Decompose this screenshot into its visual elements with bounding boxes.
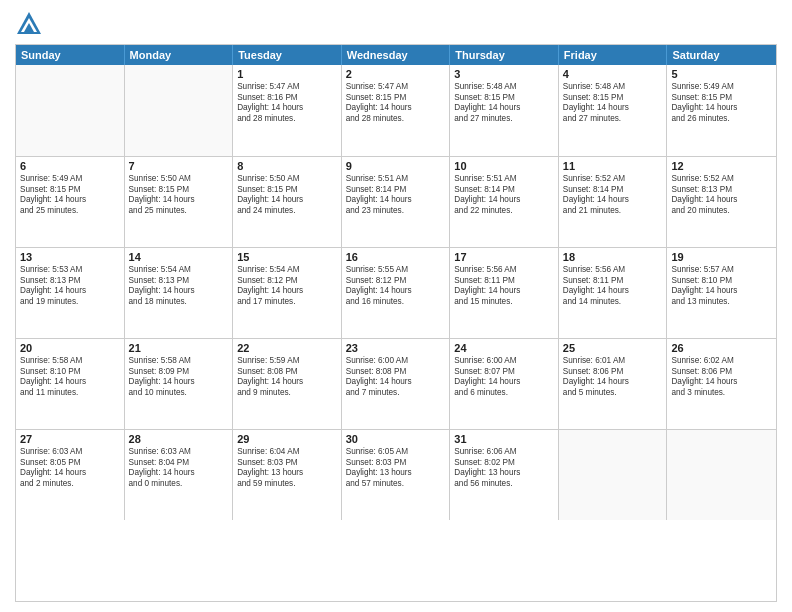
day-number: 9 (346, 160, 446, 172)
cell-line: and 14 minutes. (563, 297, 663, 308)
cell-line: Sunrise: 5:56 AM (563, 265, 663, 276)
cell-line: Sunrise: 6:01 AM (563, 356, 663, 367)
day-number: 28 (129, 433, 229, 445)
calendar-row-0: 1Sunrise: 5:47 AMSunset: 8:16 PMDaylight… (16, 65, 776, 156)
cell-line: Sunset: 8:09 PM (129, 367, 229, 378)
cell-line: Daylight: 14 hours (129, 377, 229, 388)
header-day-wednesday: Wednesday (342, 45, 451, 65)
cal-cell-day-13: 13Sunrise: 5:53 AMSunset: 8:13 PMDayligh… (16, 248, 125, 338)
day-number: 19 (671, 251, 772, 263)
header-day-thursday: Thursday (450, 45, 559, 65)
day-number: 25 (563, 342, 663, 354)
cell-line: Daylight: 14 hours (20, 468, 120, 479)
cell-line: and 16 minutes. (346, 297, 446, 308)
cell-line: Sunrise: 5:53 AM (20, 265, 120, 276)
cell-line: Sunset: 8:13 PM (671, 185, 772, 196)
cell-line: and 25 minutes. (129, 206, 229, 217)
cell-line: and 22 minutes. (454, 206, 554, 217)
cal-cell-day-4: 4Sunrise: 5:48 AMSunset: 8:15 PMDaylight… (559, 65, 668, 156)
cell-line: and 26 minutes. (671, 114, 772, 125)
cell-line: Daylight: 14 hours (346, 195, 446, 206)
cell-line: Sunset: 8:05 PM (20, 458, 120, 469)
cal-cell-day-28: 28Sunrise: 6:03 AMSunset: 8:04 PMDayligh… (125, 430, 234, 520)
cell-line: Daylight: 13 hours (346, 468, 446, 479)
day-number: 2 (346, 68, 446, 80)
cell-line: Sunset: 8:11 PM (454, 276, 554, 287)
cell-line: and 17 minutes. (237, 297, 337, 308)
cell-line: Sunrise: 6:00 AM (454, 356, 554, 367)
day-number: 30 (346, 433, 446, 445)
day-number: 31 (454, 433, 554, 445)
logo (15, 10, 46, 38)
day-number: 16 (346, 251, 446, 263)
cell-line: and 23 minutes. (346, 206, 446, 217)
cell-line: and 25 minutes. (20, 206, 120, 217)
cell-line: Daylight: 14 hours (129, 286, 229, 297)
cell-line: Sunset: 8:15 PM (20, 185, 120, 196)
cell-line: Sunset: 8:14 PM (563, 185, 663, 196)
cell-line: Sunrise: 5:48 AM (563, 82, 663, 93)
cell-line: Sunrise: 5:56 AM (454, 265, 554, 276)
cell-line: Sunset: 8:04 PM (129, 458, 229, 469)
cell-line: and 28 minutes. (346, 114, 446, 125)
cell-line: Sunrise: 5:58 AM (129, 356, 229, 367)
cell-line: Sunrise: 5:49 AM (671, 82, 772, 93)
cell-line: and 2 minutes. (20, 479, 120, 490)
cal-cell-day-14: 14Sunrise: 5:54 AMSunset: 8:13 PMDayligh… (125, 248, 234, 338)
day-number: 13 (20, 251, 120, 263)
calendar-row-2: 13Sunrise: 5:53 AMSunset: 8:13 PMDayligh… (16, 247, 776, 338)
cell-line: Sunrise: 6:02 AM (671, 356, 772, 367)
cell-line: Sunset: 8:11 PM (563, 276, 663, 287)
cell-line: Sunset: 8:08 PM (346, 367, 446, 378)
calendar-body: 1Sunrise: 5:47 AMSunset: 8:16 PMDaylight… (16, 65, 776, 520)
header (15, 10, 777, 38)
cell-line: Daylight: 14 hours (563, 286, 663, 297)
cell-line: Sunset: 8:06 PM (563, 367, 663, 378)
cell-line: Sunrise: 5:52 AM (671, 174, 772, 185)
cell-line: Daylight: 14 hours (237, 377, 337, 388)
cell-line: Sunrise: 6:03 AM (129, 447, 229, 458)
cell-line: Daylight: 14 hours (563, 377, 663, 388)
cal-cell-day-7: 7Sunrise: 5:50 AMSunset: 8:15 PMDaylight… (125, 157, 234, 247)
cell-line: Sunset: 8:15 PM (346, 93, 446, 104)
cell-line: and 57 minutes. (346, 479, 446, 490)
cell-line: and 11 minutes. (20, 388, 120, 399)
cell-line: Sunset: 8:02 PM (454, 458, 554, 469)
cal-cell-day-1: 1Sunrise: 5:47 AMSunset: 8:16 PMDaylight… (233, 65, 342, 156)
cell-line: and 24 minutes. (237, 206, 337, 217)
cal-cell-day-20: 20Sunrise: 5:58 AMSunset: 8:10 PMDayligh… (16, 339, 125, 429)
cell-line: and 7 minutes. (346, 388, 446, 399)
cell-line: Daylight: 14 hours (563, 195, 663, 206)
cal-cell-day-26: 26Sunrise: 6:02 AMSunset: 8:06 PMDayligh… (667, 339, 776, 429)
cell-line: Daylight: 14 hours (237, 103, 337, 114)
cell-line: Sunrise: 5:47 AM (237, 82, 337, 93)
cell-line: Sunset: 8:06 PM (671, 367, 772, 378)
day-number: 6 (20, 160, 120, 172)
cell-line: Sunset: 8:10 PM (671, 276, 772, 287)
cell-line: Daylight: 14 hours (129, 195, 229, 206)
header-day-saturday: Saturday (667, 45, 776, 65)
day-number: 27 (20, 433, 120, 445)
cell-line: Daylight: 14 hours (671, 377, 772, 388)
cell-line: Daylight: 14 hours (454, 377, 554, 388)
day-number: 17 (454, 251, 554, 263)
cell-line: Sunrise: 5:57 AM (671, 265, 772, 276)
header-day-monday: Monday (125, 45, 234, 65)
cell-line: and 18 minutes. (129, 297, 229, 308)
cal-cell-day-18: 18Sunrise: 5:56 AMSunset: 8:11 PMDayligh… (559, 248, 668, 338)
cell-line: Sunrise: 5:59 AM (237, 356, 337, 367)
day-number: 20 (20, 342, 120, 354)
day-number: 26 (671, 342, 772, 354)
cell-line: and 13 minutes. (671, 297, 772, 308)
cell-line: Sunset: 8:16 PM (237, 93, 337, 104)
logo-icon (15, 10, 43, 38)
cell-line: Daylight: 13 hours (237, 468, 337, 479)
day-number: 12 (671, 160, 772, 172)
cell-line: and 5 minutes. (563, 388, 663, 399)
cell-line: Sunrise: 5:55 AM (346, 265, 446, 276)
cell-line: Sunrise: 5:51 AM (346, 174, 446, 185)
page: SundayMondayTuesdayWednesdayThursdayFrid… (0, 0, 792, 612)
cell-line: Sunset: 8:14 PM (346, 185, 446, 196)
cell-line: Sunrise: 5:51 AM (454, 174, 554, 185)
cell-line: and 20 minutes. (671, 206, 772, 217)
